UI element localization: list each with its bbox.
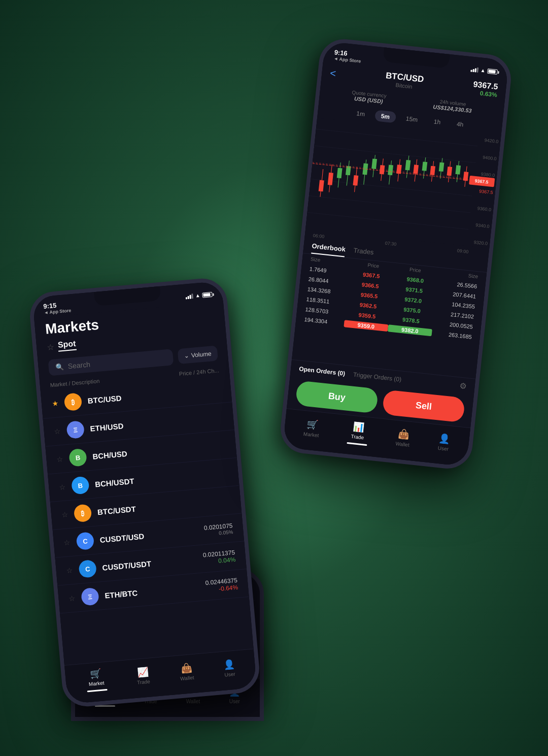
star-icon[interactable]: ☆: [59, 482, 66, 491]
star-icon[interactable]: ☆: [63, 538, 71, 547]
nav-item-trade[interactable]: 📊 Trade: [347, 420, 369, 446]
svg-rect-35: [439, 162, 444, 171]
svg-rect-7: [319, 180, 324, 191]
trade-nav-icon: 📈: [136, 666, 149, 678]
tab-4h[interactable]: 4h: [450, 117, 470, 130]
nav-label: Trade: [137, 678, 151, 685]
trigger-orders-tab[interactable]: Trigger Orders (0): [353, 371, 402, 383]
coin-symbol: ETH/USD: [90, 413, 218, 433]
nav-label: Wallet: [186, 699, 200, 704]
btc2-coin-icon: ₿: [74, 504, 92, 522]
cusdt-coin-icon: C: [76, 532, 94, 550]
tab-1m[interactable]: 1m: [350, 107, 371, 120]
phone-right: 9:16 ◄ App Store ▲ < BTC/U: [278, 37, 513, 471]
market-nav-icon: 🛒: [306, 418, 318, 431]
nav-label: User: [224, 671, 235, 677]
svg-line-4: [309, 195, 470, 212]
quote-currency: Quote currency USD (USD): [351, 89, 387, 105]
star-icon[interactable]: ☆: [61, 510, 68, 519]
svg-rect-15: [353, 175, 359, 186]
wallet-nav-icon: 👜: [397, 428, 409, 440]
nav-label: Trade: [351, 433, 364, 440]
svg-line-1: [314, 146, 475, 162]
nav-item-wallet[interactable]: 👜 Wallet: [179, 662, 194, 681]
coin-symbol: BCH/USDT: [94, 469, 222, 488]
svg-rect-23: [388, 165, 393, 175]
nav-label: User: [229, 699, 240, 704]
svg-line-5: [307, 212, 469, 229]
nav-item-trade[interactable]: 📈 Trade: [135, 666, 150, 685]
volume-label: Volume: [191, 350, 212, 358]
signal-icon: [470, 66, 478, 72]
coin-price: 0.0201075 0.05%: [203, 521, 233, 537]
active-indicator: [87, 688, 107, 692]
nav-label: Wallet: [180, 674, 194, 681]
settings-icon[interactable]: ⚙: [459, 380, 467, 390]
star-icon[interactable]: ★: [51, 399, 58, 408]
coin-symbol: CUSDT/USD: [99, 527, 198, 544]
tab-15m[interactable]: 15m: [399, 112, 424, 126]
active-indicator: [347, 442, 367, 445]
svg-rect-31: [422, 161, 428, 171]
volume-chevron-icon: ⌄: [184, 352, 189, 359]
ask-size: 263.1685: [432, 330, 472, 340]
wallet-nav-icon: 👜: [180, 662, 192, 674]
spot-label: Spot: [57, 339, 76, 351]
battery-icon: [487, 68, 498, 74]
nav-item-wallet[interactable]: 👜 Wallet: [395, 428, 411, 448]
price-chart[interactable]: 9367.5 9420.0 9400.0 9380.0 9367.5 9360.…: [305, 118, 501, 248]
search-icon: 🔍: [55, 363, 64, 371]
nav-item-user[interactable]: 👤 User: [437, 432, 451, 451]
trade-price-right: 9367.5 0.63%: [472, 80, 498, 98]
coin-symbol: BTC/USDT: [97, 496, 225, 516]
coin-symbol: ETH/BTC: [105, 582, 200, 599]
trade-nav-icon: 📊: [352, 421, 364, 433]
star-icon[interactable]: ☆: [66, 566, 73, 574]
user-nav-icon: 👤: [438, 432, 450, 444]
phone-left: 9:15 ◄ App Store ▲ Markets: [28, 276, 261, 708]
bch-coin-icon: B: [68, 448, 87, 467]
nav-item-market[interactable]: 🛒 Market: [303, 418, 320, 438]
svg-rect-11: [337, 168, 342, 178]
eth2-coin-icon: Ξ: [81, 587, 99, 606]
svg-line-3: [311, 179, 472, 195]
svg-rect-29: [413, 165, 419, 174]
coin-symbol: CUSDT/USDT: [102, 555, 197, 572]
buy-button[interactable]: Buy: [295, 380, 379, 413]
sell-button[interactable]: Sell: [382, 389, 465, 422]
search-placeholder: Search: [67, 360, 91, 370]
orderbook-content: Size Price Price Size 1.7649 9367.5 9368…: [292, 253, 487, 378]
eth-coin-icon: Ξ: [66, 420, 85, 439]
user-nav-icon: 👤: [223, 658, 235, 670]
btc-coin-icon: ₿: [63, 392, 82, 411]
star-icon[interactable]: ☆: [68, 594, 76, 602]
tab-5m[interactable]: 5m: [374, 110, 396, 123]
volume-24h: 24h volume US$124,330.53: [433, 98, 472, 114]
svg-rect-21: [380, 165, 385, 174]
nav-item-user[interactable]: 👤 User: [223, 658, 235, 677]
tab-trades[interactable]: Trades: [353, 246, 374, 260]
star-icon[interactable]: ☆: [56, 454, 63, 463]
nav-label: Wallet: [395, 441, 409, 448]
market-list: ★ ₿ BTC/USD ☆ Ξ ETH/USD ☆ B BCH/US: [41, 374, 254, 665]
open-orders-tab[interactable]: Open Orders (0): [299, 365, 346, 376]
spot-star-icon[interactable]: ☆: [46, 342, 54, 352]
coin-price: 0.02446375 -0.64%: [205, 576, 238, 593]
battery-icon: [202, 291, 213, 298]
cusdt2-coin-icon: C: [78, 559, 97, 578]
coin-symbol: BTC/USD: [87, 385, 215, 405]
back-button[interactable]: <: [329, 67, 336, 79]
nav-label: Market: [89, 680, 105, 687]
candlestick-svg: 9367.5: [305, 118, 501, 248]
svg-rect-9: [328, 172, 333, 185]
svg-rect-39: [455, 165, 461, 174]
volume-button[interactable]: ⌄ Volume: [178, 345, 218, 364]
svg-rect-19: [371, 158, 377, 169]
nav-label: User: [437, 445, 449, 451]
tab-1h[interactable]: 1h: [427, 115, 447, 128]
star-icon[interactable]: ☆: [54, 426, 61, 435]
bch2-coin-icon: B: [71, 476, 90, 495]
price-col-header: Price / 24h Ch...: [179, 367, 219, 377]
nav-item-market[interactable]: 🛒 Market: [85, 667, 108, 692]
svg-rect-37: [447, 166, 453, 175]
